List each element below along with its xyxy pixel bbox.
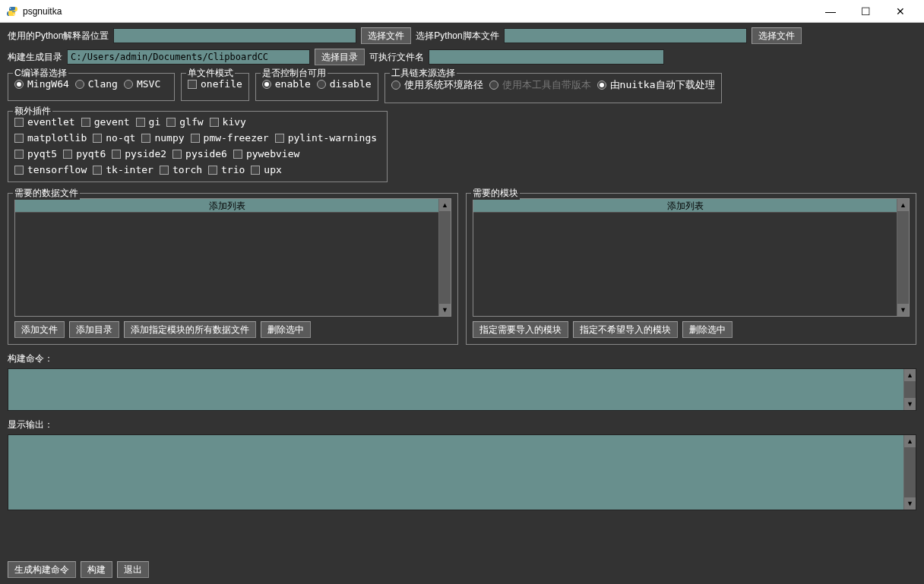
check-kivy[interactable]: kivy (210, 116, 246, 128)
python-path-input[interactable] (113, 28, 356, 43)
gen-build-cmd-button[interactable]: 生成构建命令 (8, 561, 76, 578)
scroll-up-icon[interactable]: ▲ (904, 369, 916, 381)
modules-scrollbar[interactable]: ▲ ▼ (897, 199, 909, 316)
plugins-fieldset: 额外插件 eventlet gevent gi glfw kivy matplo… (8, 111, 388, 182)
check-gevent[interactable]: gevent (81, 116, 130, 128)
datafiles-scrollbar[interactable]: ▲ ▼ (438, 199, 451, 316)
check-numpy[interactable]: numpy (141, 132, 184, 144)
import-module-button[interactable]: 指定需要导入的模块 (473, 321, 568, 338)
check-tensorflow[interactable]: tensorflow (14, 164, 87, 175)
radio-disable[interactable]: disable (317, 78, 372, 90)
close-button[interactable]: ✕ (883, 0, 918, 23)
scroll-down-icon[interactable]: ▼ (897, 304, 909, 316)
exe-name-input[interactable] (429, 49, 664, 65)
output-textarea[interactable] (8, 435, 903, 510)
scroll-up-icon[interactable]: ▲ (897, 199, 909, 211)
svg-point-0 (10, 8, 11, 9)
datafiles-fieldset: 需要的数据文件 添加列表 ▲ ▼ 添加文件 添加目录 添加指定模块的所有数据文件 (8, 193, 458, 345)
radio-bundled: 使用本工具自带版本 (489, 78, 591, 92)
scroll-up-icon[interactable]: ▲ (439, 199, 451, 211)
choose-dir-button[interactable]: 选择目录 (315, 49, 365, 65)
exit-button[interactable]: 退出 (117, 561, 149, 578)
datafiles-list[interactable]: 添加列表 (15, 199, 438, 316)
radio-enable[interactable]: enable (262, 78, 311, 90)
plugins-legend: 额外插件 (13, 105, 52, 118)
radio-system-path[interactable]: 使用系统环境路径 (391, 78, 483, 92)
check-pylint-warnings[interactable]: pylint-warnings (275, 132, 377, 144)
check-pyqt6[interactable]: pyqt6 (63, 148, 106, 159)
console-fieldset: 是否控制台可用 enable disable (255, 73, 378, 101)
exe-name-label: 可执行文件名 (369, 51, 424, 64)
build-cmd-textarea[interactable] (8, 369, 903, 410)
radio-msvc[interactable]: MSVC (124, 78, 160, 90)
modules-list[interactable]: 添加列表 (473, 199, 897, 316)
check-trio[interactable]: trio (208, 164, 245, 175)
console-legend: 是否控制台可用 (261, 67, 328, 80)
svg-point-1 (14, 14, 15, 15)
script-input[interactable] (504, 28, 747, 43)
add-module-data-button[interactable]: 添加指定模块的所有数据文件 (124, 321, 256, 338)
check-onefile[interactable]: onefile (188, 78, 242, 90)
choose-python-file-button[interactable]: 选择文件 (361, 27, 411, 44)
minimize-button[interactable]: — (813, 0, 848, 23)
check-glfw[interactable]: glfw (166, 116, 203, 128)
check-tk-inter[interactable]: tk-inter (93, 164, 153, 175)
datafiles-legend: 需要的数据文件 (13, 187, 80, 200)
add-dir-button[interactable]: 添加目录 (69, 321, 119, 338)
output-label: 显示输出： (8, 418, 916, 431)
build-dir-input[interactable] (67, 49, 310, 65)
datafiles-list-header: 添加列表 (15, 199, 438, 213)
script-label: 选择Python脚本文件 (416, 30, 498, 43)
check-matplotlib[interactable]: matplotlib (14, 132, 87, 144)
modules-fieldset: 需要的模块 添加列表 ▲ ▼ 指定需要导入的模块 指定不希望导入的模块 删除选中 (466, 193, 916, 345)
radio-nuitka-download[interactable]: 由nuitka自动下载处理 (597, 78, 715, 92)
onefile-fieldset: 单文件模式 onefile (181, 73, 249, 101)
scroll-down-icon[interactable]: ▼ (439, 304, 451, 316)
check-pyside6[interactable]: pyside6 (172, 148, 227, 159)
datafiles-delete-button[interactable]: 删除选中 (261, 321, 311, 338)
titlebar: psgnuitka — ☐ ✕ (0, 0, 924, 23)
output-scrollbar[interactable]: ▲ ▼ (903, 435, 916, 510)
choose-script-file-button[interactable]: 选择文件 (752, 27, 802, 44)
check-gi[interactable]: gi (136, 116, 161, 128)
modules-legend: 需要的模块 (471, 187, 520, 200)
check-pywebview[interactable]: pywebview (233, 148, 299, 159)
check-upx[interactable]: upx (251, 164, 281, 175)
noimport-module-button[interactable]: 指定不希望导入的模块 (573, 321, 678, 338)
modules-list-header: 添加列表 (473, 199, 897, 213)
build-cmd-label: 构建命令： (8, 352, 916, 365)
add-file-button[interactable]: 添加文件 (14, 321, 65, 338)
check-pyqt5[interactable]: pyqt5 (14, 148, 57, 159)
check-torch[interactable]: torch (160, 164, 202, 175)
build-cmd-scrollbar[interactable]: ▲ ▼ (903, 369, 916, 410)
scroll-up-icon[interactable]: ▲ (904, 435, 916, 447)
scroll-down-icon[interactable]: ▼ (904, 497, 916, 510)
maximize-button[interactable]: ☐ (848, 0, 883, 23)
radio-clang[interactable]: Clang (75, 78, 118, 90)
check-pmw-freezer[interactable]: pmw-freezer (191, 132, 269, 144)
toolchain-legend: 工具链来源选择 (390, 67, 457, 80)
check-pyside2[interactable]: pyside2 (112, 148, 166, 159)
check-no-qt[interactable]: no-qt (93, 132, 135, 144)
build-dir-label: 构建生成目录 (8, 51, 62, 64)
app-icon (6, 5, 18, 17)
onefile-legend: 单文件模式 (186, 67, 235, 80)
modules-delete-button[interactable]: 删除选中 (682, 321, 733, 338)
radio-mingw64[interactable]: MingW64 (14, 78, 69, 90)
compiler-legend: C编译器选择 (13, 67, 68, 80)
scroll-down-icon[interactable]: ▼ (904, 398, 916, 410)
build-button[interactable]: 构建 (81, 561, 112, 578)
toolchain-fieldset: 工具链来源选择 使用系统环境路径 使用本工具自带版本 由nuitka自动下载处理 (384, 73, 722, 103)
window-title: psgnuitka (23, 6, 813, 17)
python-path-label: 使用的Python解释器位置 (8, 30, 109, 43)
check-eventlet[interactable]: eventlet (14, 116, 75, 128)
compiler-fieldset: C编译器选择 MingW64 Clang MSVC (8, 73, 175, 101)
